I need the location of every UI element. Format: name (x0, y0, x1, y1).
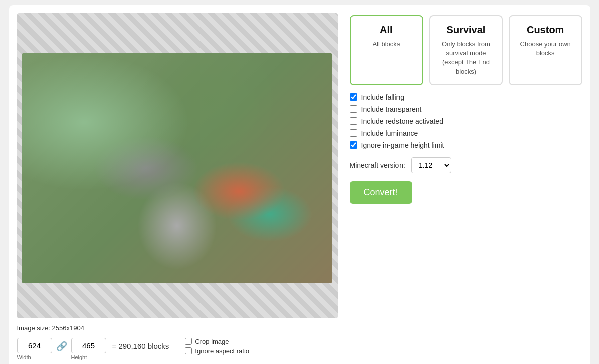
dimensions-row: Width 🔗 Height = 290,160 blocks Crop ima… (17, 338, 338, 360)
include-transparent-checkbox[interactable] (350, 105, 357, 113)
height-input-group: Height (71, 338, 106, 360)
mode-card-survival-title: Survival (436, 24, 496, 36)
options-section: Include falling Include transparent Incl… (350, 93, 582, 149)
option-include-falling[interactable]: Include falling (350, 93, 582, 101)
mode-cards: All All blocks Survival Only blocks from… (350, 15, 582, 85)
crop-image-label[interactable]: Crop image (185, 338, 249, 345)
mode-card-custom-desc: Choose your own blocks (516, 40, 575, 58)
include-transparent-text: Include transparent (361, 105, 422, 113)
map-image (22, 53, 332, 283)
image-size-label: Image size: 2556x1904 (17, 322, 338, 334)
option-include-luminance[interactable]: Include luminance (350, 129, 582, 137)
map-inner (22, 53, 332, 283)
mode-card-survival[interactable]: Survival Only blocks from survival mode … (429, 15, 503, 85)
mode-card-all[interactable]: All All blocks (350, 15, 424, 85)
ignore-height-checkbox[interactable] (350, 141, 357, 149)
crop-image-text: Crop image (195, 338, 229, 345)
height-input[interactable] (71, 338, 106, 353)
option-ignore-height[interactable]: Ignore in-game height limit (350, 141, 582, 149)
width-input[interactable] (17, 338, 52, 353)
ignore-aspect-ratio-label[interactable]: Ignore aspect ratio (185, 347, 249, 355)
version-label: Minecraft version: (350, 161, 405, 169)
right-panel: All All blocks Survival Only blocks from… (350, 13, 582, 360)
include-redstone-text: Include redstone activated (361, 117, 443, 125)
include-falling-text: Include falling (361, 93, 405, 101)
include-redstone-checkbox[interactable] (350, 117, 357, 125)
image-options: Crop image Ignore aspect ratio (185, 338, 249, 355)
mode-card-all-desc: All blocks (357, 40, 417, 49)
version-row: Minecraft version: 1.12 1.13 1.14 1.15 1… (350, 157, 582, 173)
left-panel: Image size: 2556x1904 Width 🔗 Height = 2… (17, 13, 338, 360)
include-luminance-text: Include luminance (361, 129, 418, 137)
image-preview-wrapper (17, 13, 338, 318)
link-icon[interactable]: 🔗 (56, 341, 67, 352)
include-falling-checkbox[interactable] (350, 93, 357, 101)
version-select[interactable]: 1.12 1.13 1.14 1.15 1.16 (411, 157, 451, 173)
blocks-count: = 290,160 blocks (112, 342, 169, 350)
ignore-aspect-ratio-checkbox[interactable] (185, 347, 192, 354)
mode-card-survival-desc: Only blocks from survival mode (except T… (436, 40, 496, 76)
width-input-group: Width (17, 338, 52, 360)
mode-card-all-title: All (357, 24, 417, 36)
main-container: Image size: 2556x1904 Width 🔗 Height = 2… (9, 5, 590, 364)
include-luminance-checkbox[interactable] (350, 129, 357, 137)
option-include-transparent[interactable]: Include transparent (350, 105, 582, 113)
mode-card-custom-title: Custom (516, 24, 575, 36)
convert-button[interactable]: Convert! (350, 181, 412, 204)
crop-image-checkbox[interactable] (185, 338, 192, 345)
height-label: Height (71, 354, 87, 360)
option-include-redstone[interactable]: Include redstone activated (350, 117, 582, 125)
width-label: Width (17, 354, 31, 360)
ignore-aspect-ratio-text: Ignore aspect ratio (195, 347, 249, 355)
mode-card-custom[interactable]: Custom Choose your own blocks (509, 15, 582, 85)
ignore-height-text: Ignore in-game height limit (361, 141, 444, 149)
